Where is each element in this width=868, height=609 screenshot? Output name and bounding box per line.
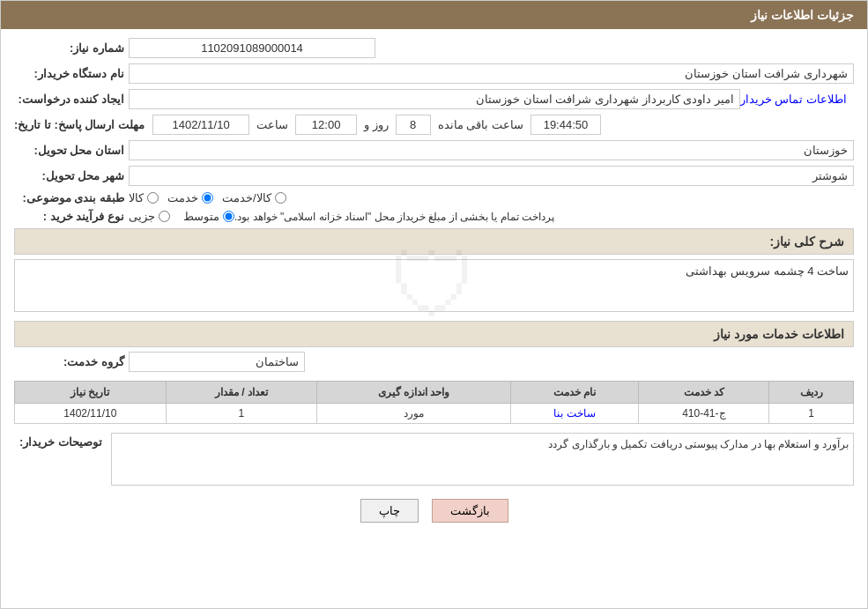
comment-label: توصیحات خریدار:	[14, 433, 102, 449]
farayand-radios: جزیی متوسط	[129, 210, 234, 223]
radio-khedmat: خدمت	[167, 191, 213, 204]
ijad-label: ایجاد کننده درخواست:	[14, 93, 129, 106]
saat-value: 12:00	[295, 115, 357, 135]
col-nam: نام خدمت	[510, 382, 639, 404]
services-table: ردیف کد خدمت نام خدمت واحد اندازه گیری ت…	[14, 381, 854, 424]
shahr-value: شوشتر	[129, 166, 854, 186]
group-row: گروه خدمت: ساختمان	[14, 352, 854, 372]
radio-motavaset: متوسط	[183, 210, 234, 223]
rooz-value: 8	[396, 115, 431, 135]
cell-radif: 1	[769, 404, 854, 424]
ostan-label: استان محل تحویل:	[14, 144, 129, 157]
col-kod: کد خدمت	[639, 382, 769, 404]
ostan-row: استان محل تحویل: خوزستان	[14, 140, 854, 160]
baqi-value: 19:44:50	[530, 115, 601, 135]
cell-nam: ساخت بنا	[510, 404, 639, 424]
motavaset-label: متوسط	[183, 210, 219, 223]
nam-dastgah-value: شهرداری شرافت استان خوزستان	[129, 63, 854, 84]
motavaset-radio[interactable]	[223, 211, 234, 222]
nam-dastgah-label: نام دستگاه خریدار:	[14, 67, 129, 80]
tabagheh-radios: کالا خدمت کالا/خدمت	[129, 191, 286, 204]
sharh-wrapper: 🛡 ساخت 4 چشمه سرویس بهداشتی	[14, 259, 854, 312]
cell-tarikh: 1402/11/10	[15, 404, 167, 424]
cell-vahed: مورد	[317, 404, 511, 424]
button-row: بازگشت چاپ	[14, 499, 854, 531]
kala-khedmat-radio[interactable]	[275, 192, 286, 204]
cell-kod: ج-41-410	[639, 404, 769, 424]
back-button[interactable]: بازگشت	[432, 499, 508, 523]
col-vahed: واحد اندازه گیری	[317, 382, 511, 404]
mohlat-row: مهلت ارسال پاسخ: تا تاریخ: 1402/11/10 سا…	[14, 115, 854, 135]
kala-khedmat-label: کالا/خدمت	[222, 191, 271, 204]
shahr-row: شهر محل تحویل: شوشتر	[14, 166, 854, 186]
radio-kala-khedmat: کالا/خدمت	[222, 191, 286, 204]
col-tedad: تعداد / مقدار	[166, 382, 317, 404]
shomara-niaz-value: 1102091089000014	[129, 38, 375, 58]
farayand-note: پرداخت تمام یا بخشی از مبلغ خریداز محل "…	[234, 211, 554, 223]
kala-radio[interactable]	[147, 192, 159, 204]
ijad-row: ایجاد کننده درخواست: امیر داودی کاربرداز…	[14, 89, 854, 109]
col-tarikh: تاریخ نیاز	[15, 382, 167, 404]
comment-value: برآورد و استعلام بها در مدارک پیوستی دری…	[111, 433, 854, 486]
page-header: جزئیات اطلاعات نیاز	[1, 1, 867, 29]
ijad-link[interactable]: اطلاعات تماس خریدار	[740, 93, 847, 106]
farayand-label: نوع فرآیند خرید :	[14, 210, 129, 223]
services-section-title: اطلاعات خدمات مورد نیاز	[14, 321, 854, 347]
sharh-section-title: شرح کلی نیاز:	[14, 228, 854, 255]
radio-kala: کالا	[129, 191, 159, 204]
cell-tedad: 1	[166, 404, 317, 424]
khedmat-label: خدمت	[167, 191, 198, 204]
shomara-niaz-row: شماره نیاز: 1102091089000014	[14, 38, 854, 58]
tabagheh-row: طبقه بندی موضوعی: کالا خدمت کالا/خدمت	[14, 191, 854, 204]
print-button[interactable]: چاپ	[360, 499, 419, 523]
comment-section: توصیحات خریدار: برآورد و استعلام بها در …	[14, 433, 854, 486]
jozi-radio[interactable]	[159, 211, 170, 222]
tabagheh-label: طبقه بندی موضوعی:	[14, 191, 129, 204]
nam-dastgah-row: نام دستگاه خریدار: شهرداری شرافت استان خ…	[14, 63, 854, 84]
radio-jozi: جزیی	[129, 210, 170, 223]
sharh-value: ساخت 4 چشمه سرویس بهداشتی	[14, 259, 854, 312]
baqi-label: ساعت باقی مانده	[434, 118, 527, 131]
jozi-label: جزیی	[129, 210, 155, 223]
saat-label: ساعت	[253, 118, 292, 131]
group-value: ساختمان	[129, 352, 305, 372]
farayand-row: نوع فرآیند خرید : جزیی متوسط پرداخت تمام…	[14, 210, 854, 223]
mohlat-label: مهلت ارسال پاسخ: تا تاریخ:	[14, 118, 149, 131]
shahr-label: شهر محل تحویل:	[14, 169, 129, 182]
ijad-value: امیر داودی کاربرداز شهرداری شرافت استان …	[129, 89, 740, 109]
page-title: جزئیات اطلاعات نیاز	[751, 8, 854, 22]
group-label: گروه خدمت:	[14, 355, 129, 368]
ostan-value: خوزستان	[129, 140, 854, 160]
col-radif: ردیف	[769, 382, 854, 404]
sharh-label: شرح کلی نیاز:	[770, 234, 844, 249]
services-table-section: ردیف کد خدمت نام خدمت واحد اندازه گیری ت…	[14, 381, 854, 424]
khedmat-radio[interactable]	[202, 192, 213, 204]
table-row: 1 ج-41-410 ساخت بنا مورد 1 1402/11/10	[15, 404, 854, 424]
date-value: 1402/11/10	[152, 115, 249, 135]
rooz-label: روز و	[360, 118, 392, 131]
shomara-niaz-label: شماره نیاز:	[14, 41, 129, 55]
kala-label: کالا	[129, 191, 144, 204]
